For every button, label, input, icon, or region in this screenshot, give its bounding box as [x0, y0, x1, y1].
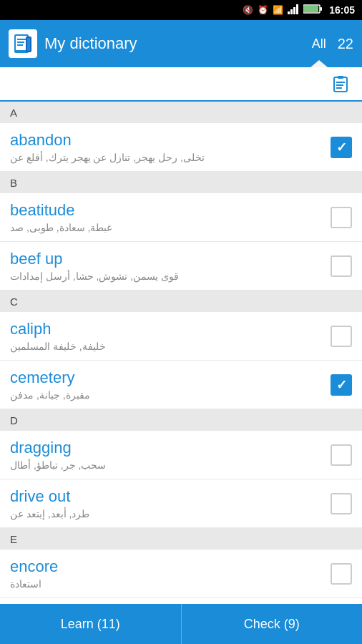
battery-icon [303, 4, 322, 16]
wifi-icon: 📶 [273, 5, 283, 15]
word-checkbox[interactable] [331, 137, 352, 158]
word-content: beatitudeغبطة, سعادة, طوبى, صد [10, 201, 331, 233]
section-header-a: A [0, 102, 362, 123]
word-content: abandonتخلى, رحل يهجر, تنازل عن يهجر يتر… [10, 131, 331, 162]
word-english[interactable]: drive out [10, 487, 331, 506]
word-content: drive outطرد, أبعد, إبتعد عن [10, 487, 331, 519]
svg-rect-9 [17, 39, 26, 40]
word-item: encoreاستعادة [0, 550, 362, 598]
word-arabic: غبطة, سعادة, طوبى, صد [10, 222, 331, 233]
check-button[interactable]: Check (9) [182, 604, 363, 644]
bottom-bar: Learn (11) Check (9) [0, 604, 362, 644]
word-english[interactable]: dragging [10, 439, 331, 457]
section-header-b: B [0, 172, 362, 193]
word-arabic: تخلى, رحل يهجر, تنازل عن يهجر يترك, أقلع… [10, 152, 331, 163]
word-english[interactable]: beatitude [10, 201, 331, 220]
word-english[interactable]: encore [10, 557, 331, 576]
clipboard-icon-btn[interactable] [328, 71, 353, 97]
section-header-c: C [0, 291, 362, 312]
svg-rect-16 [336, 82, 345, 83]
word-arabic: خليفة, خليفة المسلمين [10, 341, 331, 352]
word-content: caliphخليفة, خليفة المسلمين [10, 320, 331, 351]
word-english[interactable]: cemetery [10, 369, 331, 387]
word-content: encoreاستعادة [10, 557, 331, 589]
svg-rect-17 [336, 84, 343, 86]
word-arabic: سحب, جر, تباطؤ, أطال [10, 459, 331, 471]
status-time: 16:05 [329, 4, 355, 16]
word-checkbox[interactable] [331, 207, 352, 228]
word-checkbox[interactable] [331, 444, 352, 466]
header-tab-all[interactable]: All [300, 20, 338, 67]
section-header-e: E [0, 528, 362, 550]
svg-rect-6 [304, 6, 318, 12]
word-list: Aabandonتخلى, رحل يهجر, تنازل عن يهجر يت… [0, 102, 362, 604]
learn-button[interactable]: Learn (11) [0, 604, 182, 644]
svg-rect-1 [290, 9, 293, 14]
word-english[interactable]: beef up [10, 250, 331, 268]
word-checkbox[interactable] [331, 563, 352, 585]
word-content: cemeteryمقبرة, جبانة, مدفن [10, 369, 331, 400]
app-header: My dictionary All 22 [0, 20, 362, 67]
word-item: abandonتخلى, رحل يهجر, تنازل عن يهجر يتر… [0, 123, 362, 172]
mute-icon: 🔇 [243, 5, 253, 15]
word-checkbox[interactable] [331, 326, 352, 347]
word-item: draggingسحب, جر, تباطؤ, أطال [0, 431, 362, 479]
status-bar: 🔇 ⏰ 📶 16:05 [0, 0, 362, 20]
word-arabic: استعادة [10, 578, 331, 590]
app-icon [9, 29, 37, 58]
word-item: beatitudeغبطة, سعادة, طوبى, صد [0, 193, 362, 242]
word-item: caliphخليفة, خليفة المسلمين [0, 312, 362, 361]
alarm-icon: ⏰ [258, 5, 268, 15]
svg-rect-13 [27, 38, 30, 51]
word-arabic: مقبرة, جبانة, مدفن [10, 389, 331, 401]
svg-rect-15 [338, 76, 343, 79]
svg-rect-0 [288, 11, 290, 14]
svg-rect-2 [293, 7, 295, 14]
signal-icon [288, 4, 299, 16]
word-english[interactable]: abandon [10, 131, 331, 150]
search-bar [0, 67, 362, 102]
word-content: draggingسحب, جر, تباطؤ, أطال [10, 439, 331, 470]
word-arabic: طرد, أبعد, إبتعد عن [10, 508, 331, 519]
svg-rect-18 [336, 87, 342, 89]
word-checkbox[interactable] [331, 374, 352, 396]
word-arabic: قوى يسمن, تشوش, حشا, أرسل إمدادات [10, 270, 331, 282]
word-checkbox[interactable] [331, 255, 352, 277]
word-item: cemeteryمقبرة, جبانة, مدفن [0, 361, 362, 409]
header-count: 22 [338, 36, 353, 52]
svg-rect-11 [17, 44, 23, 46]
word-item: drive outطرد, أبعد, إبتعد عن [0, 479, 362, 528]
section-header-d: D [0, 409, 362, 431]
svg-rect-5 [321, 7, 323, 11]
word-content: beef upقوى يسمن, تشوش, حشا, أرسل إمدادات [10, 250, 331, 281]
header-title: My dictionary [44, 34, 300, 53]
word-item: beef upقوى يسمن, تشوش, حشا, أرسل إمدادات [0, 242, 362, 291]
svg-rect-3 [296, 4, 298, 14]
svg-rect-10 [17, 42, 24, 43]
word-checkbox[interactable] [331, 493, 352, 514]
word-english[interactable]: caliph [10, 320, 331, 338]
